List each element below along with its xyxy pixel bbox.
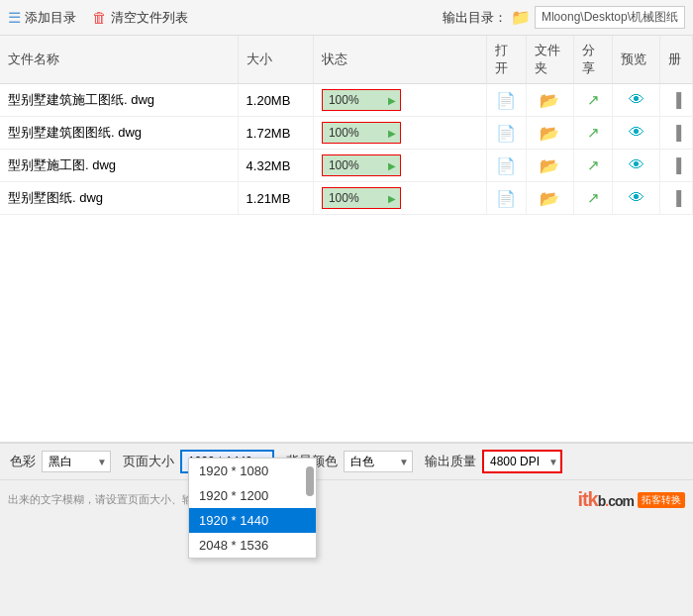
- cell-folder-3[interactable]: 📂: [526, 182, 573, 215]
- cell-folder-1[interactable]: 📂: [526, 117, 573, 150]
- col-header-open: 打开: [486, 36, 526, 84]
- cell-name-1: 型别墅建筑图图纸. dwg: [0, 117, 238, 150]
- page-size-label: 页面大小: [123, 453, 174, 470]
- cell-open-1[interactable]: 📄: [486, 117, 526, 150]
- open-icon-2[interactable]: 📄: [496, 157, 516, 174]
- color-label: 色彩: [10, 453, 36, 470]
- brand-logo-text: itk: [577, 488, 597, 510]
- bottom-area: 出来的文字模糊，请设置页面大小、输出质量 itkb.com 拓客转换: [0, 479, 693, 519]
- share-icon-3[interactable]: ↗: [587, 189, 600, 206]
- extra-icon-0: ▐: [671, 92, 681, 108]
- dropdown-item-2[interactable]: 1920 * 1440: [189, 508, 316, 533]
- folder-icon-3[interactable]: 📂: [540, 190, 559, 207]
- share-icon-1[interactable]: ↗: [587, 124, 600, 141]
- cell-size-2: 4.32MB: [238, 150, 313, 182]
- clear-icon: 🗑: [92, 9, 107, 26]
- cell-open-3[interactable]: 📄: [486, 182, 526, 215]
- col-header-extra: 册: [660, 36, 693, 84]
- table-row: 型别墅建筑施工图纸. dwg 1.20MB 100% ▶ 📄 📂 ↗: [0, 84, 693, 117]
- cell-share-3[interactable]: ↗: [573, 182, 612, 215]
- table-row: 型别墅建筑图图纸. dwg 1.72MB 100% ▶ 📄 📂 ↗: [0, 117, 693, 150]
- progress-arrow-0: ▶: [388, 95, 396, 106]
- cell-size-1: 1.72MB: [238, 117, 313, 150]
- progress-text-3: 100%: [323, 187, 359, 209]
- open-icon-0[interactable]: 📄: [496, 92, 516, 109]
- col-header-name: 文件名称: [0, 36, 238, 84]
- col-header-share: 分享: [573, 36, 612, 84]
- output-dir-path[interactable]: Mloong\Desktop\机械图纸: [535, 6, 685, 29]
- quality-select[interactable]: 300 DPI 600 DPI 1200 DPI 2400 DPI 4800 D…: [482, 450, 562, 473]
- cell-name-3: 型别墅图纸. dwg: [0, 182, 238, 215]
- clear-list-button[interactable]: 🗑 清空文件列表: [92, 9, 188, 27]
- progress-bar-2: 100% ▶: [322, 154, 401, 176]
- progress-text-0: 100%: [323, 89, 359, 111]
- bg-color-select[interactable]: 白色 黑色 透明: [344, 451, 413, 472]
- settings-bar: 色彩 黑白 彩色 灰度 ▼ 页面大小 1920 * 1080 1920 * 12…: [0, 443, 693, 479]
- add-dir-button[interactable]: ☰ 添加目录: [8, 9, 76, 27]
- folder-icon-2[interactable]: 📂: [540, 157, 559, 174]
- cell-share-1[interactable]: ↗: [573, 117, 612, 150]
- eye-icon-0[interactable]: 👁: [629, 91, 644, 108]
- eye-icon-2[interactable]: 👁: [629, 156, 644, 173]
- cell-size-3: 1.21MB: [238, 182, 313, 215]
- color-select[interactable]: 黑白 彩色 灰度: [42, 451, 111, 472]
- dropdown-item-3[interactable]: 2048 * 1536: [189, 533, 316, 558]
- open-icon-1[interactable]: 📄: [496, 125, 516, 142]
- cell-name-2: 型别墅施工图. dwg: [0, 150, 238, 182]
- file-table-container: 文件名称 大小 状态 打开 文件夹 分享 预览 册 型别墅建筑施工图纸. dwg…: [0, 36, 693, 215]
- dropdown-item-1[interactable]: 1920 * 1200: [189, 483, 316, 508]
- cell-preview-0[interactable]: 👁: [613, 84, 660, 117]
- brand-badge: 拓客转换: [638, 492, 685, 508]
- cell-status-2: 100% ▶: [313, 150, 486, 182]
- color-setting: 色彩 黑白 彩色 灰度 ▼: [10, 451, 111, 472]
- progress-bar-3: 100% ▶: [322, 187, 401, 209]
- output-dir-label: 输出目录：: [443, 9, 507, 27]
- eye-icon-3[interactable]: 👁: [629, 189, 644, 206]
- cell-status-0: 100% ▶: [313, 84, 486, 117]
- cell-status-3: 100% ▶: [313, 182, 486, 215]
- progress-bar-1: 100% ▶: [322, 122, 401, 144]
- cell-open-0[interactable]: 📄: [486, 84, 526, 117]
- share-icon-0[interactable]: ↗: [587, 91, 600, 108]
- open-icon-3[interactable]: 📄: [496, 190, 516, 207]
- col-header-folder: 文件夹: [526, 36, 573, 84]
- cell-preview-2[interactable]: 👁: [613, 150, 660, 182]
- folder-icon-0[interactable]: 📂: [540, 92, 559, 109]
- cell-open-2[interactable]: 📄: [486, 150, 526, 182]
- cell-extra-0: ▐: [660, 84, 693, 117]
- add-dir-label: 添加目录: [25, 9, 76, 27]
- empty-area: [0, 215, 693, 443]
- col-header-preview: 预览: [613, 36, 660, 84]
- cell-size-0: 1.20MB: [238, 84, 313, 117]
- color-select-wrapper: 黑白 彩色 灰度 ▼: [42, 451, 111, 472]
- col-header-size: 大小: [238, 36, 313, 84]
- dropdown-item-0[interactable]: 1920 * 1080: [189, 459, 316, 483]
- dropdown-scrollbar-thumb: [306, 466, 314, 496]
- cell-preview-1[interactable]: 👁: [613, 117, 660, 150]
- cell-share-0[interactable]: ↗: [573, 84, 612, 117]
- cell-status-1: 100% ▶: [313, 117, 486, 150]
- cell-preview-3[interactable]: 👁: [613, 182, 660, 215]
- add-dir-icon: ☰: [8, 9, 21, 27]
- progress-text-2: 100%: [323, 154, 359, 176]
- cell-extra-3: ▐: [660, 182, 693, 215]
- progress-arrow-2: ▶: [388, 160, 396, 171]
- extra-icon-3: ▐: [671, 190, 681, 206]
- progress-bar-0: 100% ▶: [322, 89, 401, 111]
- folder-icon-1[interactable]: 📂: [540, 125, 559, 142]
- share-icon-2[interactable]: ↗: [587, 156, 600, 173]
- table-header-row: 文件名称 大小 状态 打开 文件夹 分享 预览 册: [0, 36, 693, 84]
- eye-icon-1[interactable]: 👁: [629, 124, 644, 141]
- cell-share-2[interactable]: ↗: [573, 150, 612, 182]
- cell-folder-0[interactable]: 📂: [526, 84, 573, 117]
- brand-logo: itkb.com: [577, 488, 634, 511]
- cell-folder-2[interactable]: 📂: [526, 150, 573, 182]
- quality-label: 输出质量: [425, 453, 476, 470]
- file-table: 文件名称 大小 状态 打开 文件夹 分享 预览 册 型别墅建筑施工图纸. dwg…: [0, 36, 693, 215]
- col-header-status: 状态: [313, 36, 486, 84]
- quality-select-wrapper: 300 DPI 600 DPI 1200 DPI 2400 DPI 4800 D…: [482, 450, 562, 473]
- brand-tld: com: [608, 493, 634, 509]
- extra-icon-2: ▐: [671, 157, 681, 173]
- progress-text-1: 100%: [323, 122, 359, 144]
- clear-list-label: 清空文件列表: [111, 9, 188, 27]
